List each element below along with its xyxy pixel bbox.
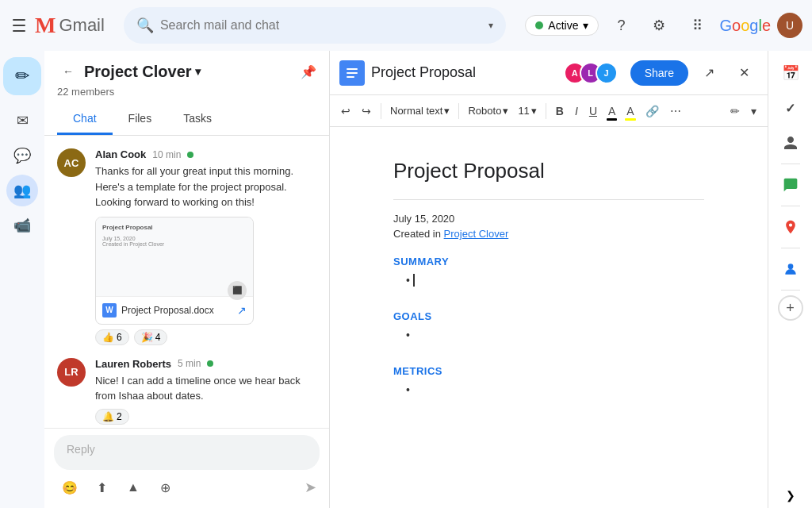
toolbar-separator xyxy=(381,103,381,119)
doc-avatars: A L J xyxy=(564,62,618,84)
doc-content-title: Project Proposal xyxy=(393,159,704,183)
svg-rect-1 xyxy=(347,72,358,74)
search-icon: 🔍 xyxy=(136,17,154,34)
user-avatar[interactable]: U xyxy=(777,13,802,38)
gmail-logo[interactable]: M Gmail xyxy=(35,13,105,38)
toolbar-separator xyxy=(458,103,459,119)
chat-header: ← Project Clover ▾ 📌 22 members Chat Fil… xyxy=(44,51,329,136)
edit-pencil-button[interactable]: ✏ xyxy=(726,100,745,122)
google-logo: Google xyxy=(719,17,771,35)
calendar-icon[interactable]: 📅 xyxy=(775,57,806,89)
sidebar-icon-video[interactable]: 📹 xyxy=(6,210,38,241)
bold-button[interactable]: B xyxy=(551,100,569,122)
redo-button[interactable]: ↪ xyxy=(357,100,376,122)
topbar: M Gmail 🔍 ▾ Active ▾ ? ⚙ ⠿ Google U xyxy=(0,0,812,51)
font-size-select[interactable]: 11 ▾ xyxy=(514,100,540,122)
list-item: AC Alan Cook 10 min Thanks for all your … xyxy=(57,148,316,345)
section-header-goals: GOALS xyxy=(393,310,704,322)
chat-sidebar-icon[interactable] xyxy=(775,169,806,201)
word-icon: W xyxy=(102,303,117,318)
doc-footer: W Project Proposal.docx ↗ xyxy=(96,297,253,324)
settings-icon[interactable]: ⚙ xyxy=(643,10,675,41)
add-panel-button[interactable]: + xyxy=(778,295,803,321)
doc-bullet-goals xyxy=(406,329,704,341)
doc-filename: Project Proposal.docx xyxy=(121,305,232,316)
open-external-icon[interactable]: ↗ xyxy=(695,59,723,87)
meet-icon[interactable] xyxy=(775,253,806,285)
help-icon[interactable]: ? xyxy=(605,10,637,41)
close-doc-icon[interactable]: ✕ xyxy=(730,59,758,87)
contacts-icon[interactable] xyxy=(775,127,806,159)
msg-text: Thanks for all your great input this mor… xyxy=(95,164,316,210)
left-sidebar: ✏ ✉ 💬 👥 📹 xyxy=(0,51,44,508)
highlight-button[interactable]: A xyxy=(622,100,638,122)
undo-button[interactable]: ↩ xyxy=(336,100,355,122)
tasks-icon[interactable]: ✓ xyxy=(775,92,806,124)
compose-button[interactable]: ✏ xyxy=(3,57,41,95)
search-input[interactable] xyxy=(160,18,482,33)
msg-time: 5 min xyxy=(178,358,201,369)
text-style-select[interactable]: Normal text ▾ xyxy=(386,100,454,122)
avatar: AC xyxy=(57,148,86,177)
reaction-thumbsup[interactable]: 👍 6 xyxy=(95,329,129,345)
upload-icon[interactable]: ⬆ xyxy=(89,475,114,500)
text-color-button[interactable]: A xyxy=(603,100,620,122)
tab-files[interactable]: Files xyxy=(113,104,168,135)
expand-button[interactable]: ❯ xyxy=(786,489,795,502)
main-content: ✏ ✉ 💬 👥 📹 ← Project Clover ▾ 📌 22 member… xyxy=(0,51,812,508)
reply-input[interactable]: Reply xyxy=(54,435,320,470)
drive-icon[interactable]: ▲ xyxy=(121,475,146,500)
rp-divider xyxy=(781,290,800,291)
rp-divider xyxy=(781,164,800,164)
text-style-label: Normal text xyxy=(390,105,442,117)
msg-header: Lauren Roberts 5 min xyxy=(95,358,316,370)
doc-divider xyxy=(393,199,704,200)
back-icon[interactable]: ← xyxy=(57,60,79,83)
sidebar-icon-mail[interactable]: ✉ xyxy=(6,105,38,137)
reaction-bell[interactable]: 🔔 2 xyxy=(95,409,129,425)
emoji-icon[interactable]: 😊 xyxy=(57,475,82,500)
link-button[interactable]: 🔗 xyxy=(641,100,664,122)
reply-toolbar: 😊 ⬆ ▲ ⊕ ➤ xyxy=(54,470,320,502)
send-icon[interactable]: ➤ xyxy=(304,479,316,496)
doc-bullet-metrics xyxy=(406,383,704,396)
reactions: 👍 6 🎉 4 xyxy=(95,329,316,345)
chat-title-dropdown-icon[interactable]: ▾ xyxy=(195,65,201,78)
edit-dropdown-button[interactable]: ▾ xyxy=(746,100,761,122)
message-content: Lauren Roberts 5 min Nice! I can add a t… xyxy=(95,358,316,425)
font-select[interactable]: Roboto ▾ xyxy=(464,100,512,122)
add-icon[interactable]: ⊕ xyxy=(152,475,178,500)
chat-members: 22 members xyxy=(57,86,316,98)
text-cursor xyxy=(413,274,415,287)
search-inner[interactable]: 🔍 ▾ xyxy=(124,7,506,44)
tab-chat[interactable]: Chat xyxy=(57,104,113,135)
doc-space-link[interactable]: Project Clover xyxy=(444,228,509,240)
font-label: Roboto xyxy=(468,105,501,117)
list-item: LR Lauren Roberts 5 min Nice! I can add … xyxy=(57,358,316,425)
active-badge[interactable]: Active ▾ xyxy=(525,15,599,36)
apps-icon[interactable]: ⠿ xyxy=(681,10,713,41)
toolbar-separator xyxy=(546,103,546,119)
doc-toolbar: ↩ ↪ Normal text ▾ Roboto ▾ 11 ▾ B I U A xyxy=(330,95,768,127)
chat-messages: AC Alan Cook 10 min Thanks for all your … xyxy=(44,136,329,428)
rp-divider xyxy=(781,206,800,206)
reaction-party[interactable]: 🎉 4 xyxy=(134,329,168,345)
more-options-button[interactable]: ⋯ xyxy=(665,100,686,122)
doc-thumbnail: Project Proposal July 15, 2020Created in… xyxy=(96,217,253,297)
avatar: J xyxy=(596,62,618,84)
underline-button[interactable]: U xyxy=(584,100,602,122)
tab-tasks[interactable]: Tasks xyxy=(167,104,228,135)
sidebar-icon-rooms[interactable]: 👥 xyxy=(6,175,38,206)
active-dropdown-icon: ▾ xyxy=(583,19,588,32)
msg-sender-name: Alan Cook xyxy=(95,148,146,160)
pin-icon[interactable]: 📌 xyxy=(301,64,316,79)
italic-button[interactable]: I xyxy=(570,100,583,122)
edit-icon-group: ✏ ▾ xyxy=(726,100,761,122)
doc-topbar: Project Proposal A L J Share ↗ ✕ xyxy=(330,51,768,95)
sidebar-icon-chat[interactable]: 💬 xyxy=(6,140,38,171)
doc-open-icon[interactable]: ↗ xyxy=(237,304,247,317)
share-button[interactable]: Share xyxy=(630,60,688,86)
search-dropdown-icon[interactable]: ▾ xyxy=(488,20,493,31)
menu-icon[interactable] xyxy=(10,16,29,35)
maps-icon[interactable] xyxy=(775,211,806,243)
